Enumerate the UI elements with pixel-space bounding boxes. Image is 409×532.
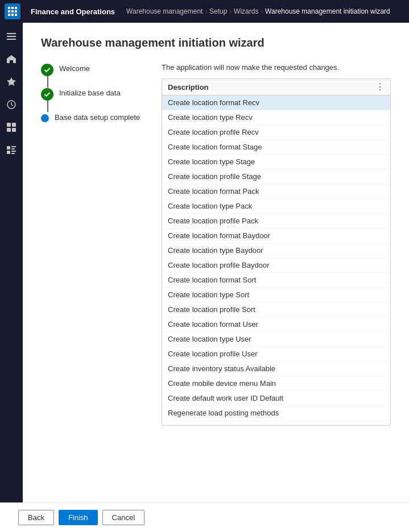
table-row[interactable]: Create location type Baydoor	[162, 243, 390, 258]
svg-rect-0	[8, 7, 10, 9]
step-label-welcome: Welcome	[59, 63, 90, 73]
table-row[interactable]: Create inventory status Available	[162, 361, 390, 376]
svg-rect-11	[7, 39, 16, 40]
table-row[interactable]: Create location format Stage	[162, 140, 390, 155]
svg-rect-21	[11, 148, 15, 149]
step-welcome: Welcome	[41, 63, 143, 88]
table-row[interactable]: Create location format Sort	[162, 273, 390, 288]
svg-rect-19	[7, 146, 10, 149]
table-row[interactable]: Create location profile Recv	[162, 125, 390, 140]
table-row[interactable]: Create location type User	[162, 332, 390, 347]
cancel-button[interactable]: Cancel	[102, 510, 144, 525]
svg-rect-23	[11, 151, 16, 152]
main-content: Warehouse management initiation wizard W…	[23, 23, 409, 532]
footer: Back Finish Cancel	[0, 502, 409, 532]
table-header: Description ⋮	[162, 79, 390, 95]
step-circle-complete	[41, 114, 49, 122]
table-row[interactable]: Regenerate load posting methods	[162, 406, 390, 421]
step-circle-initialize	[41, 88, 53, 101]
table-row[interactable]: Create location type Pack	[162, 199, 390, 214]
table-row[interactable]: Create location format User	[162, 317, 390, 332]
table-body: Create location format RecvCreate locati…	[162, 95, 390, 425]
description-table: Description ⋮ Create location format Rec…	[162, 78, 391, 426]
recent-icon[interactable]	[1, 94, 22, 115]
column-header-description: Description	[168, 83, 209, 92]
svg-line-14	[11, 105, 13, 106]
step-circle-welcome	[41, 64, 53, 76]
svg-rect-16	[12, 123, 16, 127]
breadcrumb-sep-1: ›	[205, 8, 207, 15]
breadcrumb-sep-2: ›	[229, 8, 232, 15]
step-initialize: Initialize base data	[41, 88, 143, 112]
page-title: Warehouse management initiation wizard	[41, 36, 391, 49]
table-row[interactable]: Create location type Recv	[162, 110, 390, 125]
home-icon[interactable]	[1, 49, 22, 69]
topbar: Finance and Operations Warehouse managem…	[0, 0, 409, 23]
table-row[interactable]: Create location profile Stage	[162, 169, 390, 184]
column-menu-icon[interactable]: ⋮	[375, 82, 385, 92]
step-complete: Base data setup complete	[41, 112, 143, 122]
table-row[interactable]: Create location profile Baydoor	[162, 258, 390, 273]
table-row[interactable]: Create location format Baydoor	[162, 228, 390, 243]
step-label-initialize: Initialize base data	[59, 88, 121, 97]
svg-rect-22	[7, 151, 10, 154]
svg-rect-2	[15, 7, 17, 9]
step-label-complete: Base data setup complete	[55, 112, 140, 122]
steps-panel: Welcome Initialize base data Base data s…	[41, 63, 143, 426]
svg-rect-3	[8, 10, 10, 13]
hamburger-icon[interactable]	[1, 26, 22, 47]
svg-rect-15	[7, 123, 11, 127]
svg-rect-6	[8, 14, 10, 16]
wizard-layout: Welcome Initialize base data Base data s…	[41, 63, 391, 426]
table-row[interactable]: Regenerate wave processing methods	[162, 421, 390, 425]
svg-rect-7	[11, 14, 14, 16]
breadcrumb: Warehouse management › Setup › Wizards ›…	[126, 7, 390, 15]
favorites-icon[interactable]	[1, 72, 22, 92]
breadcrumb-sep-3: ›	[261, 8, 263, 15]
svg-rect-1	[11, 7, 14, 9]
svg-rect-5	[15, 10, 17, 13]
svg-rect-20	[11, 146, 16, 147]
table-row[interactable]: Create location type Sort	[162, 288, 390, 302]
breadcrumb-item-2[interactable]: Setup	[209, 7, 227, 15]
finish-button[interactable]: Finish	[59, 510, 98, 525]
table-row[interactable]: Create default work user ID Default	[162, 391, 390, 406]
content-description: The application will now make the reques…	[162, 63, 391, 72]
app-name: Finance and Operations	[26, 7, 119, 16]
svg-rect-4	[11, 10, 14, 13]
table-row[interactable]: Create location format Pack	[162, 184, 390, 199]
table-row[interactable]: Create mobile device menu Main	[162, 376, 390, 391]
svg-rect-10	[7, 36, 16, 37]
table-row[interactable]: Create location format Recv	[162, 95, 390, 110]
table-row[interactable]: Create location profile User	[162, 347, 390, 361]
breadcrumb-item-1[interactable]: Warehouse management	[126, 7, 203, 15]
apps-icon[interactable]	[5, 3, 20, 19]
svg-rect-24	[11, 153, 15, 154]
sidebar	[0, 23, 23, 532]
breadcrumb-item-3[interactable]: Wizards	[234, 7, 258, 15]
svg-rect-18	[12, 128, 16, 132]
workspaces-icon[interactable]	[1, 117, 22, 138]
back-button[interactable]: Back	[18, 510, 54, 525]
table-row[interactable]: Create location type Stage	[162, 155, 390, 169]
svg-rect-8	[15, 14, 17, 16]
breadcrumb-item-4: Warehouse management initiation wizard	[265, 7, 390, 15]
content-panel: The application will now make the reques…	[162, 63, 391, 426]
svg-rect-9	[7, 33, 16, 34]
svg-rect-17	[7, 128, 11, 132]
table-row[interactable]: Create location profile Sort	[162, 302, 390, 317]
modules-icon[interactable]	[1, 140, 22, 160]
table-row[interactable]: Create location profile Pack	[162, 214, 390, 228]
